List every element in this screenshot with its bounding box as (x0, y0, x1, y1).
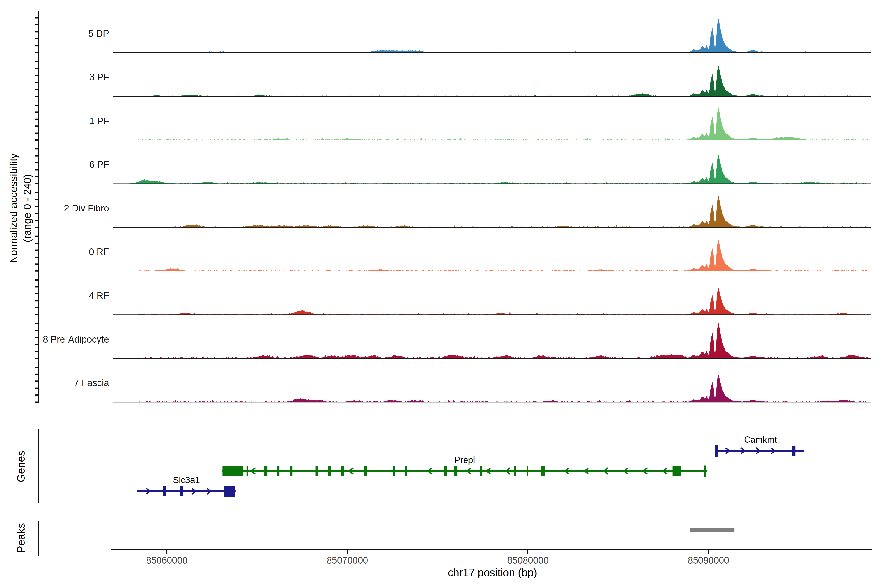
track-area-7-fascia (113, 375, 871, 402)
gene-label-camkmt: Camkmt (709, 435, 812, 445)
track-label-5-dp: 5 DP (4, 28, 109, 39)
track-area-2-div-fibro (113, 196, 871, 227)
gene-prepl-exon (315, 466, 318, 476)
gene-slc3a1-exon (163, 486, 166, 496)
track-area-5-dp (113, 19, 871, 52)
gene-prepl-exon (405, 466, 407, 476)
gene-prepl-exon (341, 466, 344, 476)
gene-slc3a1-exon (180, 486, 183, 496)
coverage-plot-figure: Normalized accessibility (range 0 - 240)… (0, 0, 882, 588)
gene-prepl-exon (526, 466, 528, 476)
track-area-8-pre-adipocyte (113, 323, 871, 358)
gene-prepl-exon (480, 466, 482, 476)
track-label-2-div-fibro: 2 Div Fibro (4, 202, 109, 214)
track-label-4-rf: 4 RF (4, 290, 109, 302)
genome-browser-canvas (0, 0, 882, 588)
gene-prepl-exon (454, 466, 458, 476)
track-label-1-pf: 1 PF (4, 115, 109, 127)
gene-prepl-exon (541, 466, 544, 476)
track-label-0-rf: 0 RF (4, 246, 109, 258)
track-area-4-rf (113, 288, 871, 315)
gene-prepl-exon (393, 466, 395, 476)
track-label-7-fascia: 7 Fascia (4, 377, 109, 389)
gene-prepl-exon (247, 466, 248, 476)
gene-prepl-exon (264, 466, 267, 476)
track-area-6-pf (113, 155, 871, 184)
x-axis-title: chr17 position (bp) (321, 567, 664, 579)
gene-prepl-exon (704, 465, 706, 477)
track-label-3-pf: 3 PF (4, 71, 109, 83)
gene-camkmt-exon (792, 446, 795, 456)
gene-label-prepl: Prepl (413, 455, 516, 465)
gene-prepl-exon (290, 466, 292, 476)
track-label-6-pf: 6 PF (4, 159, 109, 171)
gene-prepl-exon (364, 466, 367, 476)
peaks-section-label: Peaks (15, 523, 27, 553)
x-tick-label-85070000: 85070000 (308, 555, 387, 566)
x-tick-label-85090000: 85090000 (669, 555, 748, 566)
gene-prepl-exon (513, 466, 516, 476)
gene-label-slc3a1: Slc3a1 (135, 475, 238, 485)
genes-section-label: Genes (15, 450, 27, 482)
gene-slc3a1-exon (224, 486, 235, 496)
track-area-0-rf (113, 240, 871, 271)
gene-prepl-exon (277, 466, 279, 476)
gene-prepl-exon (672, 466, 681, 476)
gene-prepl-exon (444, 466, 447, 476)
peak-bar (690, 528, 734, 532)
x-tick-label-85080000: 85080000 (489, 555, 567, 566)
track-area-3-pf (113, 66, 871, 96)
gene-prepl-exon (328, 466, 331, 476)
gene-camkmt-exon (715, 445, 718, 457)
gene-prepl-exon (222, 466, 243, 476)
x-tick-label-85060000: 85060000 (128, 555, 206, 566)
track-label-8-pre-adipocyte: 8 Pre-Adipocyte (4, 333, 109, 345)
track-area-1-pf (113, 108, 871, 140)
